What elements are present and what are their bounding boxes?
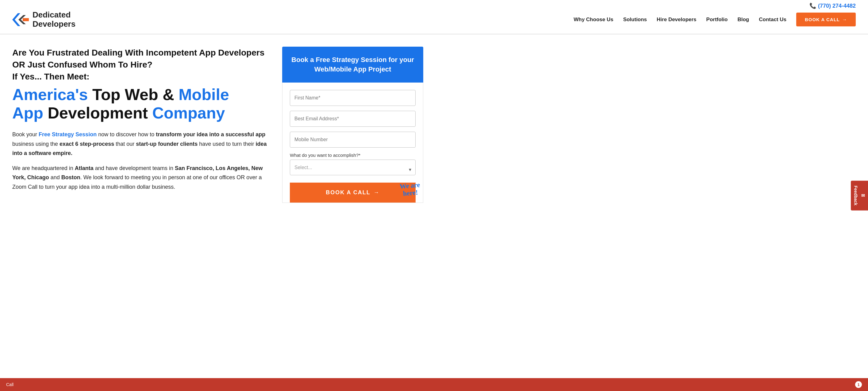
header-book-call-button[interactable]: BOOK A CALL → [796, 12, 856, 26]
feedback-label: Feedback [853, 186, 858, 203]
hero-title: America's Top Web & Mobile App Developme… [12, 86, 270, 122]
free-strategy-link[interactable]: Free Strategy Session [39, 131, 97, 138]
logo-text: Dedicated Developers [32, 10, 75, 29]
first-name-input[interactable] [290, 90, 415, 106]
phone-link[interactable]: 📞 (770) 274-4482 [809, 2, 856, 9]
accomplish-label: What do you want to accomplish?* [290, 153, 415, 158]
headline-text: Are You Frustrated Dealing With Incompet… [12, 47, 270, 83]
form-container: Book a Free Strategy Session for your We… [282, 47, 423, 203]
logo-icon [12, 11, 29, 28]
accomplish-select[interactable]: Select... Build a New App Improve Existi… [290, 159, 415, 175]
mobile-input[interactable] [290, 132, 415, 148]
header: Dedicated Developers Why Choose Us Solut… [0, 10, 868, 34]
body-paragraph-1: Book your Free Strategy Session now to d… [12, 130, 270, 158]
main-content: Are You Frustrated Dealing With Incompet… [0, 34, 436, 203]
body-paragraph-2: We are headquartered in Atlanta and have… [12, 163, 270, 192]
phone-number: (770) 274-4482 [818, 3, 856, 9]
email-input[interactable] [290, 111, 415, 127]
we-are-here-badge: We are here! [399, 181, 421, 198]
feedback-tab[interactable]: ✉ Feedback [851, 181, 868, 203]
feedback-icon: ✉ [861, 193, 866, 198]
phone-icon: 📞 [809, 2, 816, 9]
main-nav: Why Choose Us Solutions Hire Developers … [574, 12, 856, 26]
top-bar: 📞 (770) 274-4482 [0, 0, 868, 10]
left-content: Are You Frustrated Dealing With Incompet… [12, 47, 270, 203]
nav-solutions[interactable]: Solutions [623, 17, 647, 23]
form-book-call-button[interactable]: BOOK A CALL → [290, 183, 415, 203]
nav-contact-us[interactable]: Contact Us [759, 17, 786, 23]
svg-marker-2 [23, 18, 29, 21]
nav-hire-developers[interactable]: Hire Developers [657, 17, 696, 23]
nav-blog[interactable]: Blog [737, 17, 749, 23]
logo[interactable]: Dedicated Developers [12, 10, 75, 29]
accomplish-select-wrapper: Select... Build a New App Improve Existi… [290, 159, 415, 180]
nav-why-choose-us[interactable]: Why Choose Us [574, 17, 613, 23]
form-header: Book a Free Strategy Session for your We… [282, 47, 423, 83]
nav-portfolio[interactable]: Portfolio [706, 17, 728, 23]
